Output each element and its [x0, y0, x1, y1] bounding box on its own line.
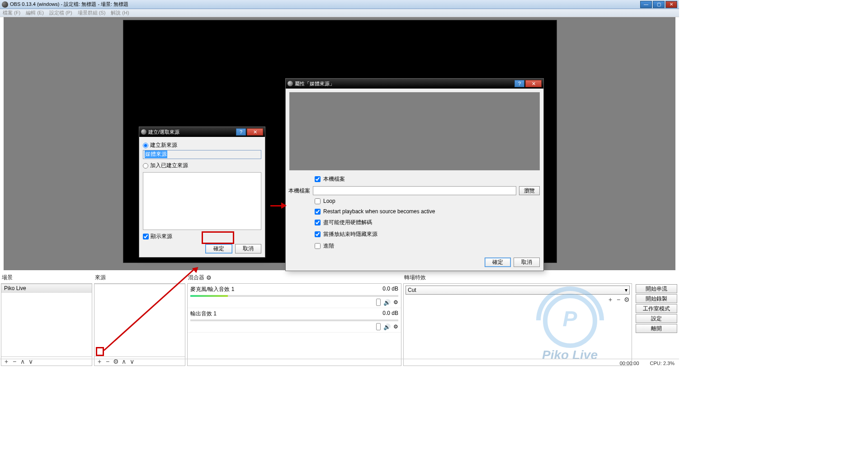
dialog2-icon	[288, 81, 293, 86]
mixer-header: 混合器 ⚙	[186, 273, 402, 282]
app-icon	[2, 1, 8, 8]
checkbox-show-source-input[interactable]	[143, 234, 149, 239]
minimize-button[interactable]: —	[640, 1, 652, 8]
menu-edit[interactable]: 編輯 (E)	[26, 9, 44, 16]
window-title: OBS 0.13.4 (windows) - 設定檔: 無標題 - 場景: 無標…	[10, 1, 128, 8]
properties-dialog: 屬性「媒體來源」 ? ✕ 本機檔案 本機檔案 瀏覽 Loop Restart p…	[285, 78, 544, 271]
dialog1-ok-button[interactable]: 確定	[205, 244, 232, 253]
radio-add-existing-input[interactable]	[143, 163, 148, 169]
local-file-input[interactable]	[313, 186, 516, 195]
checkbox-hide-end[interactable]: 當播放結束時隱藏來源	[315, 230, 540, 238]
transition-select[interactable]: Cut ▾	[406, 286, 630, 295]
maximize-button[interactable]: ▢	[653, 1, 665, 8]
dialog2-close-button[interactable]: ✕	[525, 80, 542, 87]
annotation-arrow-1-head	[281, 202, 287, 209]
radio-create-new[interactable]: 建立新來源	[143, 141, 261, 149]
mixer-slider-1[interactable]	[376, 299, 381, 306]
checkbox-restart[interactable]: Restart playback when source becomes act…	[315, 208, 540, 215]
dialog1-title: 建立/選取來源	[148, 129, 179, 136]
mute-icon-2[interactable]: 🔊	[383, 324, 391, 330]
status-cpu: CPU: 2.3%	[650, 361, 675, 366]
dialog2-title: 屬性「媒體來源」	[295, 80, 335, 87]
settings-button[interactable]: 設定	[636, 314, 677, 323]
scene-item[interactable]: Piko Live	[1, 284, 92, 293]
source-preview	[289, 92, 540, 170]
annotation-arrow-1-line	[270, 205, 282, 206]
create-source-dialog: 建立/選取來源 ? ✕ 建立新來源 媒體來源 加入已建立來源 顯示來源 確定 取…	[139, 127, 265, 258]
menu-file[interactable]: 檔案 (F)	[3, 9, 20, 16]
checkbox-local-file[interactable]: 本機檔案	[315, 175, 540, 183]
window-titlebar: OBS 0.13.4 (windows) - 設定檔: 無標題 - 場景: 無標…	[0, 0, 679, 9]
exit-button[interactable]: 離開	[636, 324, 677, 333]
dialog2-help-button[interactable]: ?	[514, 80, 524, 87]
dialog2-cancel-button[interactable]: 取消	[514, 258, 540, 267]
watermark-logo: Piko Live	[542, 294, 598, 362]
browse-button[interactable]: 瀏覽	[519, 186, 540, 195]
status-time: 00:00:00	[620, 361, 639, 366]
dialog2-titlebar[interactable]: 屬性「媒體來源」 ? ✕	[286, 79, 543, 89]
mixer-meter-1	[190, 295, 398, 297]
existing-source-list[interactable]	[143, 172, 261, 230]
dialog1-icon	[141, 129, 146, 135]
radio-create-new-input[interactable]	[143, 143, 148, 148]
scenes-header: 場景	[0, 273, 93, 282]
lower-dock: 場景 Piko Live + − ∧ ∨ 來源 + − ⚙ ∧ ∨	[0, 273, 679, 367]
source-name-input[interactable]: 媒體來源	[143, 150, 261, 159]
mixer-gear-icon[interactable]: ⚙	[206, 274, 212, 281]
checkbox-hwdecode[interactable]: 盡可能使用硬體解碼	[315, 219, 540, 226]
controls-panel: 開始串流 開始錄製 工作室模式 設定 離開	[634, 282, 679, 367]
mixer-row-1: 麥克風/輸入音效 10.0 dB 🔊 ⚙	[188, 284, 401, 308]
menu-scenecollection[interactable]: 場景群組 (S)	[78, 9, 106, 16]
mixer-slider-2[interactable]	[376, 323, 381, 330]
radio-add-existing[interactable]: 加入已建立來源	[143, 162, 261, 169]
status-bar: 00:00:00 CPU: 2.3%	[0, 359, 679, 367]
mixer-meter-2	[190, 319, 398, 321]
mute-icon-1[interactable]: 🔊	[383, 299, 391, 306]
dialog2-ok-button[interactable]: 確定	[485, 258, 511, 267]
checkbox-show-source[interactable]: 顯示來源	[143, 233, 261, 240]
dialog1-cancel-button[interactable]: 取消	[235, 244, 261, 253]
checkbox-advanced[interactable]: 進階	[315, 242, 540, 250]
menu-help[interactable]: 解說 (H)	[111, 9, 129, 16]
start-record-button[interactable]: 開始錄製	[636, 294, 677, 303]
checkbox-loop[interactable]: Loop	[315, 198, 540, 204]
local-file-label: 本機檔案	[287, 187, 310, 195]
menu-profile[interactable]: 設定檔 (P)	[49, 9, 72, 16]
close-button[interactable]: ✕	[665, 1, 677, 8]
scenes-list[interactable]: Piko Live	[1, 284, 92, 356]
studio-mode-button[interactable]: 工作室模式	[636, 304, 677, 313]
add-transition-icon[interactable]: +	[607, 296, 613, 303]
mixer-gear-1[interactable]: ⚙	[393, 299, 398, 305]
menu-bar: 檔案 (F) 編輯 (E) 設定檔 (P) 場景群組 (S) 解說 (H)	[0, 9, 679, 17]
dialog1-help-button[interactable]: ?	[236, 128, 246, 136]
dialog1-titlebar[interactable]: 建立/選取來源 ? ✕	[139, 127, 265, 137]
remove-transition-icon[interactable]: −	[615, 296, 622, 303]
transition-gear-icon[interactable]: ⚙	[623, 296, 630, 303]
mixer-gear-2[interactable]: ⚙	[393, 324, 398, 330]
dialog1-close-button[interactable]: ✕	[247, 128, 263, 136]
transitions-header: 轉場特效	[402, 273, 679, 282]
sources-header: 來源	[93, 273, 186, 282]
chevron-down-icon: ▾	[625, 287, 627, 293]
start-stream-button[interactable]: 開始串流	[636, 284, 677, 293]
mixer-row-2: 輸出音效 10.0 dB 🔊 ⚙	[188, 308, 401, 333]
